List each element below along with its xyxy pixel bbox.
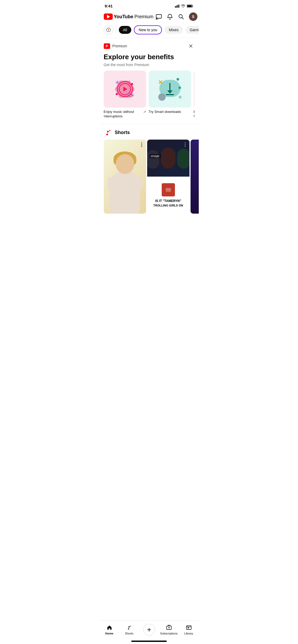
shorts-title: Shorts bbox=[115, 130, 130, 135]
notifications-button[interactable] bbox=[167, 13, 173, 20]
short-split-2: omegle IS IT "TAMERYN" TROLLING GIRLS ON bbox=[147, 140, 189, 214]
chair-svg bbox=[164, 186, 172, 194]
search-button[interactable] bbox=[178, 13, 184, 20]
benefit-card-explore-visual: ✳ + P bbox=[194, 71, 195, 108]
short-bg-3 bbox=[191, 140, 199, 214]
dismiss-banner-button[interactable] bbox=[187, 42, 195, 50]
arrow-head bbox=[167, 90, 173, 94]
external-link-icon: ↗ bbox=[143, 110, 146, 114]
short-more-button-2[interactable]: ⋮ bbox=[183, 142, 187, 148]
arrow-shaft bbox=[169, 83, 170, 90]
filter-all-chip[interactable]: All bbox=[119, 26, 132, 34]
faces-group bbox=[147, 145, 189, 171]
short-thumb-1 bbox=[104, 140, 146, 214]
short-more-button-1[interactable]: ⋮ bbox=[139, 142, 144, 148]
benefit-card-music-visual: ✳ ✳ bbox=[104, 71, 146, 108]
filter-bar: All New to you Mixes Gaming bbox=[100, 23, 199, 37]
signal-icon bbox=[175, 4, 179, 8]
svg-point-7 bbox=[156, 19, 156, 20]
shorts-grid: ⋮ omegle bbox=[100, 140, 199, 214]
omegle-watermark: omegle bbox=[149, 154, 161, 158]
benefit-cards-list: ✳ ✳ Enjoy music without interruptions ↗ … bbox=[104, 71, 195, 119]
face bbox=[116, 154, 134, 174]
filter-mixes-chip[interactable]: Mixes bbox=[165, 26, 183, 34]
cast-button[interactable] bbox=[156, 13, 162, 20]
dot-teal-1 bbox=[177, 78, 179, 81]
short-overlay-subtext-2: TROLLING GIRLS ON bbox=[153, 204, 183, 207]
bottom-spacer bbox=[100, 214, 199, 240]
download-icon-wrap: ✕ ✳ bbox=[157, 76, 183, 102]
premium-banner-header: P Premium bbox=[104, 42, 195, 50]
short-card-1[interactable]: ⋮ bbox=[104, 140, 146, 214]
battery-icon bbox=[187, 4, 193, 8]
shorts-section-header: Shorts bbox=[100, 128, 199, 140]
star-teal-decoration: ✳ bbox=[178, 94, 182, 100]
arrow-base bbox=[166, 94, 174, 95]
svg-rect-5 bbox=[187, 5, 192, 7]
circle-gray-decoration bbox=[158, 93, 166, 101]
header: YouTube Premium S bbox=[100, 10, 199, 23]
download-arrow-icon bbox=[166, 83, 174, 95]
status-bar: 9:41 bbox=[100, 0, 199, 10]
dot-decoration-1 bbox=[131, 83, 133, 85]
benefit-card-music[interactable]: ✳ ✳ Enjoy music without interruptions ↗ bbox=[104, 71, 146, 119]
status-icons bbox=[175, 4, 193, 8]
body bbox=[110, 171, 140, 214]
compass-icon bbox=[106, 27, 111, 32]
status-time: 9:41 bbox=[105, 4, 113, 8]
benefit-card-music-label: Enjoy music without interruptions ↗ bbox=[104, 110, 146, 119]
svg-rect-0 bbox=[175, 6, 176, 8]
wifi-icon bbox=[181, 4, 185, 8]
short-overlay-text-2: IS IT "TAMERYN" bbox=[154, 198, 182, 204]
filter-gaming-chip[interactable]: Gaming bbox=[186, 26, 199, 34]
circle-decoration bbox=[129, 94, 132, 97]
face-person-1 bbox=[147, 150, 160, 169]
premium-banner: P Premium Explore your benefits Get the … bbox=[100, 38, 199, 124]
shorts-section: Shorts ⋮ bbox=[100, 124, 199, 214]
premium-p-badge: P bbox=[104, 43, 110, 49]
svg-rect-13 bbox=[166, 188, 171, 192]
premium-badge-area: P Premium bbox=[104, 43, 127, 49]
svg-rect-1 bbox=[176, 6, 177, 8]
youtube-logo bbox=[104, 13, 113, 20]
cross-decoration: ✕ bbox=[158, 79, 163, 86]
dot-teal-2 bbox=[178, 86, 181, 89]
dot-decoration-2 bbox=[116, 93, 118, 95]
youtube-play-icon bbox=[107, 15, 110, 19]
filter-divider bbox=[116, 26, 116, 34]
logo-area: YouTube Premium bbox=[104, 13, 153, 20]
short-card-2[interactable]: omegle IS IT "TAMERYN" TROLLING GIRLS ON bbox=[147, 140, 189, 214]
svg-rect-3 bbox=[178, 4, 179, 8]
header-icons: S bbox=[156, 12, 197, 21]
benefit-card-explore[interactable]: ✳ + P Explore more Your Premium benefits bbox=[194, 71, 195, 119]
music-icon-wrap: ✳ ✳ bbox=[113, 77, 137, 101]
premium-badge-label: Premium bbox=[112, 44, 127, 48]
banner-title: Explore your benefits bbox=[104, 53, 195, 61]
benefit-card-downloads[interactable]: ✕ ✳ Try Smart downloads bbox=[149, 71, 191, 119]
gaming-chair-icon bbox=[162, 183, 175, 196]
youtube-wordmark: YouTube bbox=[114, 14, 133, 20]
filter-new-to-you-chip[interactable]: New to you bbox=[134, 25, 162, 34]
face-person-3 bbox=[177, 149, 189, 169]
avatar[interactable]: S bbox=[189, 12, 197, 21]
short-split-bottom-2: IS IT "TAMERYN" TROLLING GIRLS ON bbox=[147, 177, 189, 214]
play-circle-inner bbox=[119, 83, 131, 95]
benefit-card-downloads-visual: ✕ ✳ bbox=[149, 71, 191, 108]
bottom-content: IS IT "TAMERYN" TROLLING GIRLS ON bbox=[147, 177, 189, 214]
short-thumb-3 bbox=[191, 140, 199, 214]
benefit-card-explore-label: Explore more Your Premium benefits bbox=[194, 110, 195, 119]
face-person-2 bbox=[161, 148, 175, 169]
svg-rect-2 bbox=[177, 5, 178, 8]
person-figure bbox=[108, 148, 142, 214]
benefit-card-downloads-label: Try Smart downloads bbox=[149, 110, 191, 114]
banner-subtitle: Get the most from Premium bbox=[104, 63, 195, 67]
star-decoration-1: ✳ bbox=[115, 79, 120, 86]
short-card-3[interactable]: 13 bbox=[191, 140, 199, 214]
explore-filter-button[interactable] bbox=[104, 25, 113, 35]
shorts-logo-icon bbox=[104, 128, 112, 137]
premium-wordmark: Premium bbox=[134, 14, 153, 20]
play-triangle bbox=[123, 87, 127, 91]
